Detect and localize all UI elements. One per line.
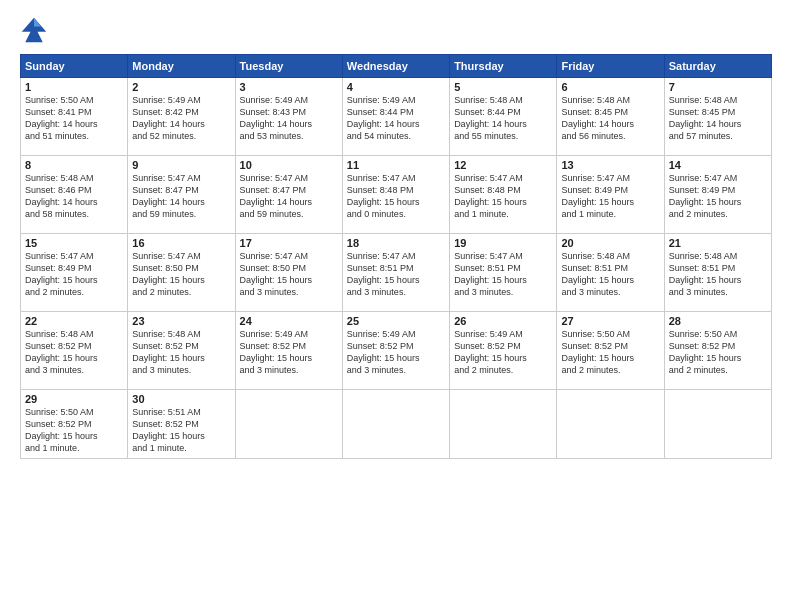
logo [20,16,52,44]
day-number: 15 [25,237,123,249]
day-info: Sunrise: 5:48 AM Sunset: 8:51 PM Dayligh… [561,250,659,299]
day-number: 23 [132,315,230,327]
calendar-cell: 26Sunrise: 5:49 AM Sunset: 8:52 PM Dayli… [450,312,557,390]
calendar-cell: 22Sunrise: 5:48 AM Sunset: 8:52 PM Dayli… [21,312,128,390]
calendar-cell: 27Sunrise: 5:50 AM Sunset: 8:52 PM Dayli… [557,312,664,390]
calendar-cell: 21Sunrise: 5:48 AM Sunset: 8:51 PM Dayli… [664,234,771,312]
day-info: Sunrise: 5:48 AM Sunset: 8:52 PM Dayligh… [25,328,123,377]
calendar-week-row: 29Sunrise: 5:50 AM Sunset: 8:52 PM Dayli… [21,390,772,459]
calendar-cell: 30Sunrise: 5:51 AM Sunset: 8:52 PM Dayli… [128,390,235,459]
day-number: 18 [347,237,445,249]
calendar-header-tuesday: Tuesday [235,55,342,78]
calendar-cell: 7Sunrise: 5:48 AM Sunset: 8:45 PM Daylig… [664,78,771,156]
day-number: 7 [669,81,767,93]
day-info: Sunrise: 5:47 AM Sunset: 8:49 PM Dayligh… [25,250,123,299]
day-info: Sunrise: 5:50 AM Sunset: 8:52 PM Dayligh… [561,328,659,377]
calendar-header-wednesday: Wednesday [342,55,449,78]
calendar-cell: 6Sunrise: 5:48 AM Sunset: 8:45 PM Daylig… [557,78,664,156]
calendar-cell: 29Sunrise: 5:50 AM Sunset: 8:52 PM Dayli… [21,390,128,459]
calendar-cell: 25Sunrise: 5:49 AM Sunset: 8:52 PM Dayli… [342,312,449,390]
day-info: Sunrise: 5:50 AM Sunset: 8:52 PM Dayligh… [25,406,123,455]
calendar-header-row: SundayMondayTuesdayWednesdayThursdayFrid… [21,55,772,78]
day-info: Sunrise: 5:48 AM Sunset: 8:51 PM Dayligh… [669,250,767,299]
day-number: 28 [669,315,767,327]
day-info: Sunrise: 5:48 AM Sunset: 8:45 PM Dayligh… [561,94,659,143]
day-number: 30 [132,393,230,405]
calendar-cell: 14Sunrise: 5:47 AM Sunset: 8:49 PM Dayli… [664,156,771,234]
day-info: Sunrise: 5:49 AM Sunset: 8:52 PM Dayligh… [454,328,552,377]
day-info: Sunrise: 5:49 AM Sunset: 8:43 PM Dayligh… [240,94,338,143]
calendar-cell: 15Sunrise: 5:47 AM Sunset: 8:49 PM Dayli… [21,234,128,312]
calendar-cell: 18Sunrise: 5:47 AM Sunset: 8:51 PM Dayli… [342,234,449,312]
day-number: 17 [240,237,338,249]
day-number: 3 [240,81,338,93]
day-info: Sunrise: 5:47 AM Sunset: 8:48 PM Dayligh… [454,172,552,221]
day-info: Sunrise: 5:47 AM Sunset: 8:49 PM Dayligh… [561,172,659,221]
day-info: Sunrise: 5:47 AM Sunset: 8:51 PM Dayligh… [347,250,445,299]
calendar-header-thursday: Thursday [450,55,557,78]
calendar-cell [557,390,664,459]
calendar-cell: 3Sunrise: 5:49 AM Sunset: 8:43 PM Daylig… [235,78,342,156]
calendar-cell [235,390,342,459]
page: SundayMondayTuesdayWednesdayThursdayFrid… [0,0,792,612]
day-number: 29 [25,393,123,405]
header [20,16,772,44]
calendar-cell: 13Sunrise: 5:47 AM Sunset: 8:49 PM Dayli… [557,156,664,234]
day-info: Sunrise: 5:48 AM Sunset: 8:52 PM Dayligh… [132,328,230,377]
calendar-cell: 2Sunrise: 5:49 AM Sunset: 8:42 PM Daylig… [128,78,235,156]
day-number: 4 [347,81,445,93]
day-number: 9 [132,159,230,171]
day-number: 13 [561,159,659,171]
day-info: Sunrise: 5:47 AM Sunset: 8:49 PM Dayligh… [669,172,767,221]
day-number: 6 [561,81,659,93]
day-number: 22 [25,315,123,327]
day-info: Sunrise: 5:48 AM Sunset: 8:45 PM Dayligh… [669,94,767,143]
calendar-week-row: 8Sunrise: 5:48 AM Sunset: 8:46 PM Daylig… [21,156,772,234]
calendar-cell: 24Sunrise: 5:49 AM Sunset: 8:52 PM Dayli… [235,312,342,390]
day-number: 12 [454,159,552,171]
day-info: Sunrise: 5:50 AM Sunset: 8:41 PM Dayligh… [25,94,123,143]
calendar-cell: 5Sunrise: 5:48 AM Sunset: 8:44 PM Daylig… [450,78,557,156]
day-info: Sunrise: 5:50 AM Sunset: 8:52 PM Dayligh… [669,328,767,377]
day-info: Sunrise: 5:51 AM Sunset: 8:52 PM Dayligh… [132,406,230,455]
calendar-header-sunday: Sunday [21,55,128,78]
calendar-cell: 9Sunrise: 5:47 AM Sunset: 8:47 PM Daylig… [128,156,235,234]
calendar-cell: 1Sunrise: 5:50 AM Sunset: 8:41 PM Daylig… [21,78,128,156]
day-info: Sunrise: 5:48 AM Sunset: 8:44 PM Dayligh… [454,94,552,143]
day-number: 8 [25,159,123,171]
calendar-week-row: 1Sunrise: 5:50 AM Sunset: 8:41 PM Daylig… [21,78,772,156]
day-info: Sunrise: 5:49 AM Sunset: 8:44 PM Dayligh… [347,94,445,143]
day-number: 11 [347,159,445,171]
calendar-cell: 4Sunrise: 5:49 AM Sunset: 8:44 PM Daylig… [342,78,449,156]
day-number: 5 [454,81,552,93]
calendar-cell: 8Sunrise: 5:48 AM Sunset: 8:46 PM Daylig… [21,156,128,234]
calendar-week-row: 15Sunrise: 5:47 AM Sunset: 8:49 PM Dayli… [21,234,772,312]
day-number: 2 [132,81,230,93]
day-number: 26 [454,315,552,327]
day-info: Sunrise: 5:49 AM Sunset: 8:42 PM Dayligh… [132,94,230,143]
calendar-header-friday: Friday [557,55,664,78]
day-info: Sunrise: 5:47 AM Sunset: 8:47 PM Dayligh… [240,172,338,221]
day-info: Sunrise: 5:49 AM Sunset: 8:52 PM Dayligh… [347,328,445,377]
day-number: 16 [132,237,230,249]
day-number: 27 [561,315,659,327]
calendar-cell: 12Sunrise: 5:47 AM Sunset: 8:48 PM Dayli… [450,156,557,234]
day-info: Sunrise: 5:47 AM Sunset: 8:50 PM Dayligh… [240,250,338,299]
day-number: 21 [669,237,767,249]
logo-icon [20,16,48,44]
calendar-table: SundayMondayTuesdayWednesdayThursdayFrid… [20,54,772,459]
day-info: Sunrise: 5:48 AM Sunset: 8:46 PM Dayligh… [25,172,123,221]
calendar-header-saturday: Saturday [664,55,771,78]
calendar-cell [664,390,771,459]
calendar-cell: 11Sunrise: 5:47 AM Sunset: 8:48 PM Dayli… [342,156,449,234]
calendar-cell: 17Sunrise: 5:47 AM Sunset: 8:50 PM Dayli… [235,234,342,312]
day-info: Sunrise: 5:49 AM Sunset: 8:52 PM Dayligh… [240,328,338,377]
calendar-cell: 28Sunrise: 5:50 AM Sunset: 8:52 PM Dayli… [664,312,771,390]
day-info: Sunrise: 5:47 AM Sunset: 8:51 PM Dayligh… [454,250,552,299]
day-number: 19 [454,237,552,249]
calendar-cell: 19Sunrise: 5:47 AM Sunset: 8:51 PM Dayli… [450,234,557,312]
day-info: Sunrise: 5:47 AM Sunset: 8:50 PM Dayligh… [132,250,230,299]
calendar-cell [342,390,449,459]
calendar-cell: 20Sunrise: 5:48 AM Sunset: 8:51 PM Dayli… [557,234,664,312]
calendar-week-row: 22Sunrise: 5:48 AM Sunset: 8:52 PM Dayli… [21,312,772,390]
